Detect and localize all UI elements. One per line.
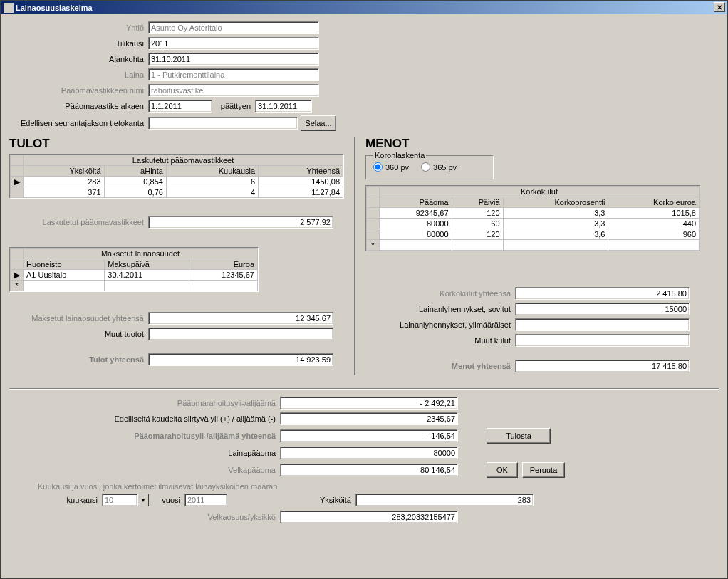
maksyht-field: 12 345,67: [148, 312, 333, 325]
tilikausi-field[interactable]: 2011: [148, 37, 319, 50]
footer-panel: Pääomarahoitusyli-/alijäämä - 2 492,21 E…: [9, 397, 719, 523]
edel-label: Edellisen seurantajakson tietokanta: [9, 119, 148, 127]
muutkulut-field[interactable]: [515, 334, 690, 347]
vy-label: Velkaosuus/yksikkö: [9, 513, 280, 521]
table-row[interactable]: 92345,67120 3,31015,8: [367, 208, 700, 219]
radio-360[interactable]: 360 pv: [373, 162, 409, 172]
kuukausi-combo[interactable]: 10 ▼: [102, 494, 149, 506]
edel-field[interactable]: [148, 117, 298, 130]
laskyht-label: Laskutetut pääomavastikkeet: [9, 218, 148, 226]
laskyht-field: 2 577,92: [148, 216, 333, 229]
yli-field[interactable]: [515, 318, 690, 331]
paattyen-field[interactable]: 31.10.2011: [255, 100, 312, 113]
kyht-field: 2 415,80: [515, 287, 690, 300]
menot-title: MENOT: [365, 137, 700, 151]
table-row[interactable]: 80000120 3,6960: [367, 229, 700, 240]
sov-field[interactable]: 15000: [515, 303, 690, 315]
window-title: Lainaosuuslaskelma: [16, 4, 93, 12]
ok-button[interactable]: OK: [487, 462, 518, 478]
vp-field: 80 146,54: [280, 464, 458, 476]
pvastike-table[interactable]: Laskutetut pääomavastikkeet Yksiköitä aH…: [10, 155, 343, 198]
yksikoita-field: 283: [355, 494, 534, 506]
muutkulut-label: Muut kulut: [365, 336, 515, 345]
vuosi-label: vuosi: [149, 496, 184, 504]
yksikoita-label: Yksiköitä: [227, 496, 355, 504]
muuttuotot-field[interactable]: [148, 328, 333, 340]
vy-field: 283,20332155477: [280, 511, 458, 523]
kk-label: kuukausi: [9, 496, 102, 504]
pvn-field: rahoitusvastike: [148, 84, 319, 97]
pyay-label: Pääomarahoitusyli-/alijäämä yhteensä: [9, 432, 280, 440]
tilikausi-label: Tilikausi: [9, 39, 148, 48]
vertical-divider: [354, 137, 355, 375]
pya-field: - 2 492,21: [280, 397, 458, 410]
sov-label: Lainanlyhennykset, sovitut: [365, 305, 515, 313]
paattyen-label: päättyen: [212, 102, 255, 110]
menotyht-field: 17 415,80: [515, 360, 690, 372]
table-row-new[interactable]: *: [11, 281, 258, 291]
lp-label: Lainapääoma: [9, 449, 280, 457]
yli-label: Lainanlyhennykset, ylimääräiset: [365, 320, 515, 329]
tulosta-button[interactable]: Tulosta: [487, 428, 551, 444]
table-row[interactable]: ▶ A1 Uusitalo 30.4.2011 12345,67: [11, 270, 258, 281]
tulotyht-field: 14 923,59: [148, 353, 333, 366]
pva-field[interactable]: 1.1.2011: [148, 100, 212, 113]
radio-365[interactable]: 365 pv: [421, 162, 457, 172]
vp-label: Velkapääoma: [9, 466, 280, 474]
kyht-label: Korkokulut yhteensä: [365, 289, 515, 298]
edk-label: Edelliseltä kaudelta siirtyvä yli (+) / …: [9, 414, 280, 423]
pva-label: Pääomavastike alkaen: [9, 102, 148, 110]
table-row-new[interactable]: *: [367, 240, 700, 251]
table-row[interactable]: 8000060 3,3440: [367, 219, 700, 229]
app-icon: [4, 3, 14, 13]
pvn-label: Pääomavastikkeen nimi: [9, 86, 148, 95]
titlebar: Lainaosuuslaskelma ✕: [1, 1, 727, 14]
laina-label: Laina: [9, 71, 148, 79]
tulotyht-label: Tulot yhteensä: [9, 355, 148, 364]
vuosi-field[interactable]: 2011: [184, 494, 227, 506]
muuttuotot-label: Muut tuotot: [9, 330, 148, 338]
peruuta-button[interactable]: Peruuta: [522, 462, 565, 478]
pyay-field: - 146,54: [280, 429, 458, 442]
menotyht-label: Menot yhteensä: [365, 362, 515, 370]
lp-field[interactable]: 80000: [280, 447, 458, 459]
menot-panel: MENOT Koronlaskenta 360 pv 365 pv Korkok…: [365, 137, 700, 375]
maksyht-label: Maksetut lainaosuudet yhteensä: [9, 314, 148, 323]
close-button[interactable]: ✕: [714, 2, 725, 12]
kv-label: Kuukausi ja vuosi, jonka kertoimet ilmai…: [9, 482, 281, 491]
korkokulut-table[interactable]: Korkokulut PääomaPäiviä KorkoprosenttiKo…: [366, 186, 700, 251]
table-row[interactable]: ▶ 2830,854 61450,08: [11, 177, 343, 187]
maksetut-table[interactable]: Maksetut lainaosuudet Huoneisto Maksupäi…: [10, 248, 258, 291]
horizontal-divider: [9, 388, 719, 390]
tulot-panel: TULOT Laskutetut pääomavastikkeet Yksikö…: [9, 137, 344, 375]
client-area: Yhtiö Asunto Oy Asteritalo Tilikausi 201…: [1, 14, 727, 533]
koronlaskenta-group: Koronlaskenta 360 pv 365 pv: [365, 151, 494, 179]
ajankohta-label: Ajankohta: [9, 55, 148, 63]
table-row[interactable]: 3710,76 41127,84: [11, 187, 343, 198]
tulot-title: TULOT: [9, 137, 344, 151]
chevron-down-icon[interactable]: ▼: [137, 494, 149, 506]
yhtio-field: Asunto Oy Asteritalo: [148, 21, 319, 34]
edk-field[interactable]: 2345,67: [280, 412, 458, 425]
pya-label: Pääomarahoitusyli-/alijäämä: [9, 399, 280, 407]
window: Lainaosuuslaskelma ✕ Yhtiö Asunto Oy Ast…: [0, 0, 728, 579]
laina-field: 1 - Putkiremonttilaina: [148, 68, 319, 81]
yhtio-label: Yhtiö: [9, 24, 148, 32]
ajankohta-field[interactable]: 31.10.2011: [148, 53, 319, 66]
selaa-button[interactable]: Selaa...: [301, 115, 336, 131]
